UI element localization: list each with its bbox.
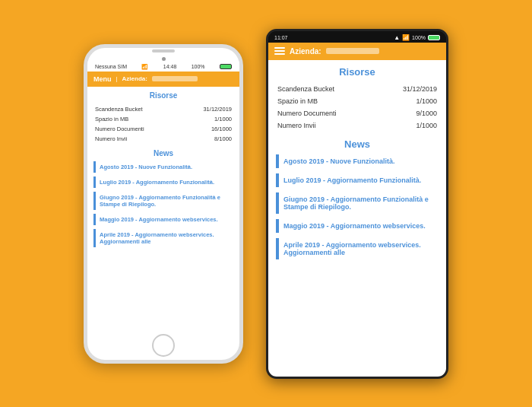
android-signal-icon: 📶 (402, 34, 410, 41)
iphone-news-item[interactable]: Maggio 2019 - Aggiornamento webservices. (93, 214, 233, 225)
iphone-nav-title: Azienda: (122, 75, 147, 82)
iphone-status-bar: Nessuna SIM 📶 14:48 100% (87, 61, 239, 72)
resource-value: 1/1000 (379, 120, 437, 131)
android-device: 11:07 ▲ 📶 100% Azienda: Risorse Scandenz… (266, 29, 448, 379)
iphone-resource-row: Spazio in MB1/1000 (95, 115, 232, 123)
iphone-battery: 100% (192, 64, 205, 69)
android-resource-row: Scandenza Bucket31/12/2019 (277, 84, 437, 94)
resource-value: 8/1000 (182, 135, 232, 143)
resource-value: 1/1000 (182, 115, 232, 123)
android-wifi-icon: ▲ (394, 34, 400, 41)
android-battery-icon (428, 35, 440, 40)
iphone-menu-label[interactable]: Menu (93, 75, 112, 83)
android-company-name-redacted (326, 48, 379, 54)
resource-label: Numero Documenti (95, 125, 181, 133)
android-resources-title: Risorse (276, 66, 439, 78)
iphone-news-item[interactable]: Giugno 2019 - Aggiornamento Funzionalità… (93, 192, 233, 210)
iphone-content-area: Risorse Scandenza Bucket31/12/2019Spazio… (87, 87, 239, 331)
iphone-resource-row: Scandenza Bucket31/12/2019 (95, 105, 232, 113)
iphone-resources-table: Scandenza Bucket31/12/2019Spazio in MB1/… (93, 103, 233, 145)
resource-value: 16/1000 (182, 125, 232, 133)
android-nav-title: Azienda: (290, 47, 321, 56)
android-news-item[interactable]: Agosto 2019 - Nuove Funzionalità. (276, 154, 439, 168)
resource-value: 9/1000 (379, 108, 437, 119)
iphone-company-name-redacted (152, 76, 198, 81)
android-resource-row: Numero Documenti9/1000 (277, 108, 437, 119)
iphone-resource-row: Numero Documenti16/1000 (95, 125, 232, 133)
resource-label: Scandenza Bucket (95, 105, 181, 113)
iphone-time: 14:48 (163, 64, 177, 69)
android-news-item[interactable]: Giugno 2019 - Aggiornamento Funzionalità… (276, 192, 439, 214)
resource-value: 1/1000 (379, 96, 437, 107)
iphone-battery-icon (220, 64, 232, 69)
resource-value: 31/12/2019 (182, 105, 232, 113)
iphone-resource-row: Numero Invii8/1000 (95, 135, 232, 143)
android-resource-row: Spazio in MB1/1000 (277, 96, 437, 107)
resource-label: Scandenza Bucket (277, 84, 378, 94)
iphone-carrier: Nessuna SIM (95, 64, 127, 69)
android-time: 11:07 (274, 35, 288, 40)
android-news-title: News (276, 138, 439, 150)
android-nav-bar: Azienda: (268, 43, 446, 60)
hamburger-icon[interactable] (274, 47, 285, 55)
resource-label: Numero Documenti (277, 108, 378, 119)
iphone-wifi-icon: 📶 (141, 64, 148, 70)
resource-value: 31/12/2019 (379, 84, 437, 94)
android-news-item[interactable]: Luglio 2019 - Aggiornamento Funzionalità… (276, 173, 439, 187)
iphone-nav-bar: Menu | Azienda: (87, 72, 239, 87)
android-status-bar: 11:07 ▲ 📶 100% (268, 31, 446, 43)
iphone-speaker (152, 49, 175, 52)
resource-label: Numero Invii (277, 120, 378, 131)
android-resource-row: Numero Invii1/1000 (277, 120, 437, 131)
resource-label: Numero Invii (95, 135, 181, 143)
android-news-item[interactable]: Maggio 2019 - Aggiornamento webservices. (276, 219, 439, 233)
android-resources-table: Scandenza Bucket31/12/2019Spazio in MB1/… (276, 82, 439, 132)
iphone-nav-separator: | (116, 75, 118, 82)
iphone-resources-title: Risorse (93, 91, 233, 100)
android-news-item[interactable]: Aprile 2019 - Aggiornamento webservices.… (276, 238, 439, 259)
iphone-news-item[interactable]: Aprile 2019 - Aggiornamento webservices.… (93, 229, 233, 247)
resource-label: Spazio in MB (95, 115, 181, 123)
resource-label: Spazio in MB (277, 96, 378, 107)
android-content-area: Risorse Scandenza Bucket31/12/2019Spazio… (268, 60, 446, 377)
android-battery-label: 100% (412, 35, 426, 40)
iphone-news-item[interactable]: Luglio 2019 - Aggiornamento Funzionalità… (93, 176, 233, 188)
iphone-news-title: News (93, 149, 233, 157)
iphone-device: Nessuna SIM 📶 14:48 100% Menu | Azienda:… (84, 44, 243, 364)
iphone-home-button[interactable] (152, 334, 175, 357)
iphone-news-section: News Agosto 2019 - Nuove Funzionalità.Lu… (93, 149, 233, 247)
iphone-news-item[interactable]: Agosto 2019 - Nuove Funzionalità. (93, 161, 233, 173)
